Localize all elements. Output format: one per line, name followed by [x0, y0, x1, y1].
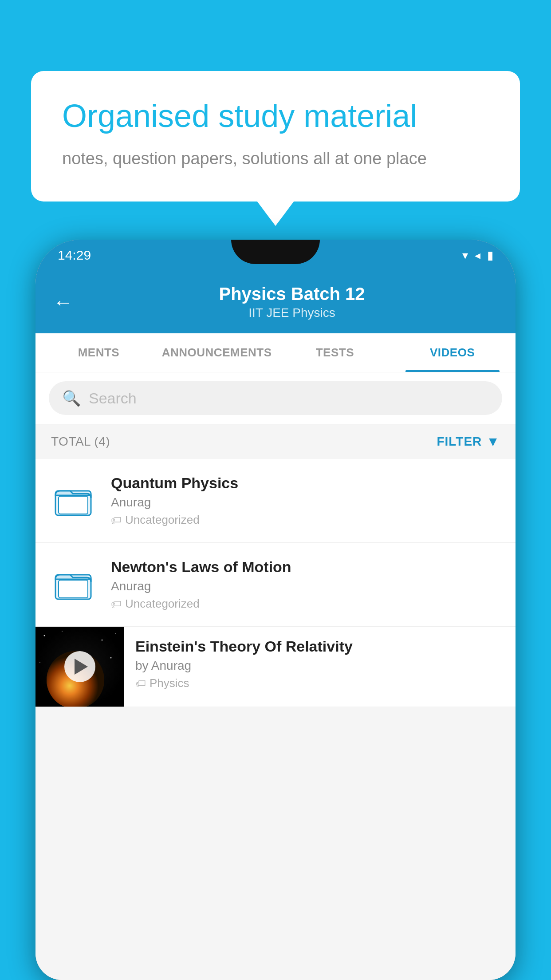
app-bar-title: Physics Batch 12 — [86, 284, 498, 304]
svg-point-5 — [44, 635, 45, 636]
status-time: 14:29 — [58, 248, 91, 263]
search-placeholder: Search — [89, 390, 137, 407]
video-title: Newton's Laws of Motion — [111, 558, 502, 576]
list-item[interactable]: Einstein's Theory Of Relativity by Anura… — [35, 627, 516, 707]
list-item[interactable]: Quantum Physics Anurag 🏷 Uncategorized — [35, 459, 516, 543]
phone-screen: 14:29 ▾ ◂ ▮ ← Physics Batch 12 IIT JEE P… — [35, 240, 516, 980]
battery-icon: ▮ — [487, 249, 493, 262]
svg-point-9 — [39, 662, 40, 663]
svg-point-7 — [102, 640, 103, 641]
tag-icon: 🏷 — [111, 598, 122, 610]
video-thumbnail — [35, 627, 124, 707]
svg-point-8 — [115, 633, 116, 634]
notch — [231, 240, 320, 264]
tab-ments[interactable]: MENTS — [40, 333, 157, 372]
tag-icon: 🏷 — [111, 514, 122, 526]
back-button[interactable]: ← — [53, 291, 73, 313]
svg-rect-3 — [59, 580, 88, 598]
video-list: Quantum Physics Anurag 🏷 Uncategorized — [35, 459, 516, 707]
app-bar: ← Physics Batch 12 IIT JEE Physics — [35, 271, 516, 333]
svg-point-6 — [62, 631, 63, 632]
phone-frame: 14:29 ▾ ◂ ▮ ← Physics Batch 12 IIT JEE P… — [35, 240, 516, 980]
video-tag: 🏷 Uncategorized — [111, 597, 502, 611]
svg-rect-1 — [59, 496, 88, 514]
total-count: TOTAL (4) — [51, 435, 110, 449]
folder-icon — [49, 476, 98, 525]
wifi-icon: ▾ — [462, 249, 468, 262]
video-author: Anurag — [111, 495, 502, 510]
filter-row: TOTAL (4) FILTER ▼ — [35, 424, 516, 459]
svg-point-10 — [110, 657, 112, 659]
speech-bubble: Organised study material notes, question… — [31, 71, 520, 202]
bubble-subtitle: notes, question papers, solutions all at… — [62, 147, 489, 170]
app-bar-title-area: Physics Batch 12 IIT JEE Physics — [86, 284, 498, 320]
app-bar-subtitle: IIT JEE Physics — [86, 306, 498, 320]
search-icon: 🔍 — [62, 389, 81, 407]
video-info: Einstein's Theory Of Relativity by Anura… — [124, 627, 516, 701]
video-author: Anurag — [111, 579, 502, 593]
video-tag: 🏷 Physics — [135, 676, 504, 690]
tab-announcements[interactable]: ANNOUNCEMENTS — [157, 333, 276, 372]
video-info: Quantum Physics Anurag 🏷 Uncategorized — [111, 474, 502, 527]
video-info: Newton's Laws of Motion Anurag 🏷 Uncateg… — [111, 558, 502, 611]
video-tag: 🏷 Uncategorized — [111, 513, 502, 527]
tabs-bar: MENTS ANNOUNCEMENTS TESTS VIDEOS — [35, 333, 516, 372]
video-author: by Anurag — [135, 659, 504, 673]
tab-tests[interactable]: TESTS — [276, 333, 394, 372]
video-title: Einstein's Theory Of Relativity — [135, 638, 504, 655]
filter-label: FILTER — [437, 435, 482, 449]
status-bar: 14:29 ▾ ◂ ▮ — [35, 240, 516, 271]
phone-content: 🔍 Search TOTAL (4) FILTER ▼ — [35, 372, 516, 980]
filter-icon: ▼ — [486, 434, 500, 449]
play-triangle-icon — [75, 659, 88, 675]
search-bar-container: 🔍 Search — [35, 372, 516, 424]
play-button[interactable] — [64, 651, 95, 682]
status-icons: ▾ ◂ ▮ — [462, 249, 493, 262]
search-bar[interactable]: 🔍 Search — [49, 381, 502, 415]
speech-bubble-container: Organised study material notes, question… — [31, 71, 520, 202]
signal-icon: ◂ — [475, 249, 480, 262]
video-title: Quantum Physics — [111, 474, 502, 492]
list-item[interactable]: Newton's Laws of Motion Anurag 🏷 Uncateg… — [35, 543, 516, 627]
filter-button[interactable]: FILTER ▼ — [437, 434, 500, 449]
folder-icon — [49, 560, 98, 609]
tab-videos[interactable]: VIDEOS — [394, 333, 511, 372]
tag-icon: 🏷 — [135, 677, 146, 690]
bubble-title: Organised study material — [62, 98, 489, 134]
